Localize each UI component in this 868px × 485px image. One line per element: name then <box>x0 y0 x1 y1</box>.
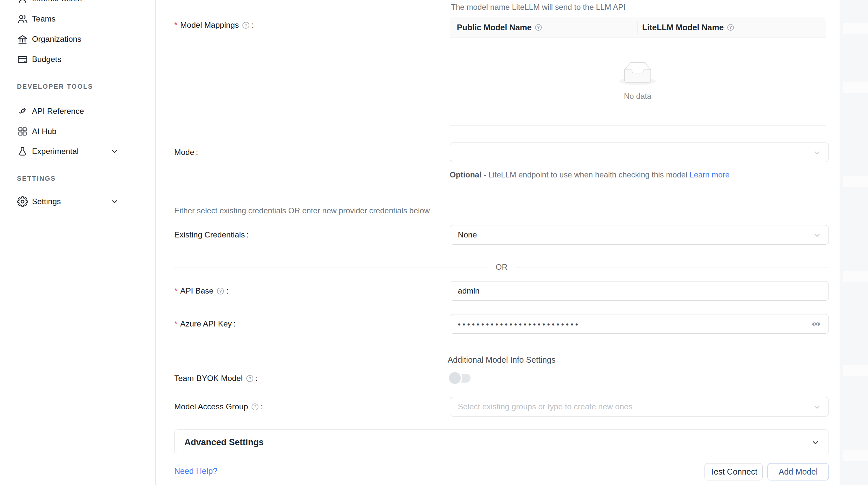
sidebar-section-developer-tools: DEVELOPER TOOLS <box>17 83 93 90</box>
existing-credentials-value: None <box>458 230 477 239</box>
column-header-public-model-name: Public Model Name ? <box>457 17 542 38</box>
users-icon <box>17 13 28 25</box>
sidebar-section-settings: SETTINGS <box>17 175 56 182</box>
sidebar-item-label: Settings <box>32 197 61 206</box>
bank-icon <box>17 34 28 45</box>
background-row <box>843 176 868 187</box>
plug-icon <box>17 106 28 117</box>
learn-more-link[interactable]: Learn more <box>689 170 730 179</box>
svg-text:?: ? <box>249 376 251 381</box>
grid-icon <box>17 126 28 137</box>
background-row <box>843 82 868 93</box>
empty-state: No data <box>450 38 826 126</box>
table-header-row: Public Model Name ? LiteLLM Model Name ? <box>450 17 826 38</box>
model-mappings-table: Public Model Name ? LiteLLM Model Name ? <box>450 17 826 126</box>
help-circle-icon[interactable]: ? <box>251 403 259 411</box>
sidebar-item-label: Internal Users <box>32 0 82 3</box>
advanced-settings-panel[interactable]: Advanced Settings <box>174 429 829 455</box>
svg-text:?: ? <box>537 25 540 30</box>
model-access-group-label: Model Access Group ? : <box>174 397 263 417</box>
model-access-group-select[interactable]: Select existing groups or type to create… <box>450 397 829 417</box>
sidebar-item-teams[interactable]: Teams <box>0 10 156 27</box>
existing-credentials-label: Existing Credentials : <box>174 225 249 245</box>
chevron-down-icon <box>812 148 822 160</box>
divider-line <box>174 360 439 360</box>
api-base-input[interactable]: admin <box>450 281 829 301</box>
test-connect-button[interactable]: Test Connect <box>705 463 763 480</box>
team-byok-toggle[interactable] <box>450 374 470 383</box>
sidebar-item-experimental[interactable]: Experimental <box>0 143 156 160</box>
svg-text:?: ? <box>219 288 222 293</box>
background-panel <box>840 0 868 485</box>
sidebar-item-internal-users[interactable]: Internal Users <box>0 0 156 7</box>
or-divider-text: OR <box>496 263 507 272</box>
svg-text:?: ? <box>245 23 247 27</box>
background-row <box>843 23 868 34</box>
credit-card-icon <box>17 54 28 65</box>
model-mappings-label: * Model Mappings ? : <box>174 15 254 35</box>
toggle-knob <box>449 372 461 384</box>
required-asterisk: * <box>174 21 177 30</box>
background-row <box>843 271 868 282</box>
azure-api-key-label: * Azure API Key : <box>174 314 236 334</box>
sidebar-item-label: Experimental <box>32 147 79 156</box>
model-name-helper-text: The model name LiteLLM will send to the … <box>451 3 625 12</box>
model-access-group-placeholder: Select existing groups or type to create… <box>458 402 632 411</box>
user-icon <box>17 0 28 4</box>
help-circle-icon[interactable]: ? <box>216 287 224 295</box>
azure-api-key-masked-value: •••••••••••••••••••••••••• <box>458 320 580 329</box>
credentials-note: Either select existing credentials OR en… <box>174 206 430 215</box>
api-base-label: * API Base ? : <box>174 281 228 301</box>
column-divider <box>637 21 638 34</box>
chevron-down-icon <box>812 402 822 414</box>
no-data-text: No data <box>624 92 651 101</box>
help-circle-icon[interactable]: ? <box>534 24 542 31</box>
sidebar-item-api-reference[interactable]: API Reference <box>0 103 156 120</box>
chevron-down-icon <box>110 197 119 206</box>
empty-box-icon <box>619 62 656 87</box>
flask-icon <box>17 146 28 157</box>
need-help-link[interactable]: Need Help? <box>174 466 217 476</box>
team-byok-label: Team-BYOK Model ? : <box>174 368 258 388</box>
advanced-settings-title: Advanced Settings <box>184 438 264 448</box>
svg-text:?: ? <box>254 404 256 409</box>
api-base-value: admin <box>458 286 480 295</box>
sidebar-item-label: Budgets <box>32 55 61 64</box>
sidebar-item-organizations[interactable]: Organizations <box>0 31 156 47</box>
mode-helper-text: Optional - LiteLLM endpoint to use when … <box>450 168 755 181</box>
eye-icon[interactable] <box>810 319 823 330</box>
divider-line <box>174 267 487 267</box>
sidebar-item-label: AI Hub <box>32 127 57 136</box>
existing-credentials-select[interactable]: None <box>450 225 829 245</box>
add-model-button[interactable]: Add Model <box>768 463 829 480</box>
sidebar-item-label: API Reference <box>32 107 84 116</box>
chevron-down-icon <box>110 147 119 156</box>
svg-text:?: ? <box>729 25 732 30</box>
divider-line <box>564 360 829 360</box>
sidebar-item-label: Teams <box>32 14 56 24</box>
azure-api-key-input[interactable]: •••••••••••••••••••••••••• <box>450 314 829 334</box>
sidebar: Internal Users Teams Organizations <box>0 0 156 485</box>
sidebar-item-settings[interactable]: Settings <box>0 193 156 210</box>
gear-icon <box>17 196 28 207</box>
mode-select[interactable] <box>450 142 829 162</box>
mode-label: Mode : <box>174 142 198 162</box>
sidebar-item-ai-hub[interactable]: AI Hub <box>0 123 156 140</box>
chevron-down-icon <box>812 230 822 242</box>
help-circle-icon[interactable]: ? <box>246 375 254 383</box>
background-row <box>843 365 868 377</box>
required-asterisk: * <box>174 319 177 328</box>
column-header-litellm-model-name: LiteLLM Model Name ? <box>642 17 735 38</box>
help-circle-icon[interactable]: ? <box>727 24 735 31</box>
sidebar-item-budgets[interactable]: Budgets <box>0 51 156 68</box>
divider-line <box>516 267 829 267</box>
help-circle-icon[interactable]: ? <box>242 21 250 29</box>
additional-settings-divider: Additional Model Info Settings <box>174 355 829 365</box>
or-divider: OR <box>174 263 829 272</box>
required-asterisk: * <box>174 286 177 295</box>
sidebar-item-label: Organizations <box>32 35 81 44</box>
chevron-down-icon <box>811 438 820 449</box>
background-row <box>843 450 868 461</box>
additional-settings-divider-text: Additional Model Info Settings <box>448 355 556 365</box>
add-model-page: Internal Users Teams Organizations <box>0 0 868 485</box>
